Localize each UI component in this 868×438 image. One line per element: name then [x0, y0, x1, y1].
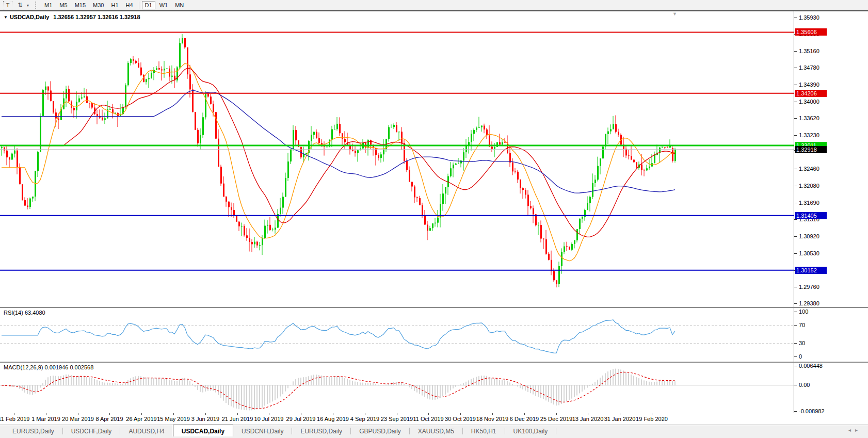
date-label: 16 Aug 2019: [317, 416, 349, 422]
toolbar-dropdown-caret-icon[interactable]: ▾: [27, 3, 29, 8]
date-tick: [141, 413, 142, 415]
date-label: 6 Dec 2019: [510, 416, 539, 422]
date-label: 19 Feb 2020: [636, 416, 668, 422]
chart-tabs: EURUSD,DailyUSDCHF,DailyAUDUSD,H4USDCAD,…: [4, 425, 556, 437]
macd-plot[interactable]: [0, 363, 794, 413]
candlestick-chart[interactable]: [0, 11, 794, 307]
chart-tab-bar: EURUSD,DailyUSDCHF,DailyAUDUSD,H4USDCAD,…: [0, 425, 868, 437]
rsi-tick: 0: [799, 353, 802, 360]
rsi-panel: 10070300 RSI(14) 63.4080: [0, 307, 868, 362]
mt4-window: T ⇅ ▾ M1M5M15M30H1H4D1W1MN 1.359301.3555…: [0, 0, 868, 438]
chart-window: 1.359301.355501.351601.347801.343901.340…: [0, 10, 868, 413]
date-tick: [492, 413, 493, 415]
date-tick: [588, 413, 588, 415]
macd-panel: 0.0064480.00-0.008982 MACD(12,26,9) 0.00…: [0, 362, 868, 413]
price-tick: 1.32460: [799, 166, 819, 172]
chart-tab-hk50-h1[interactable]: HK50,H1: [463, 425, 505, 437]
price-tick: 1.34390: [799, 82, 819, 88]
timeframe-button-D1[interactable]: D1: [142, 1, 155, 9]
toolbar-grip: [35, 2, 38, 9]
price-tick: 1.33620: [799, 115, 819, 121]
date-tick: [46, 413, 46, 415]
price-tick: 1.34780: [799, 64, 819, 71]
date-tick: [460, 413, 461, 415]
date-tick: [78, 413, 78, 415]
macd-axis: 0.0064480.00-0.008982: [794, 363, 868, 413]
date-label: 11 Oct 2019: [413, 416, 443, 422]
date-label: 8 Apr 2019: [95, 416, 123, 422]
tab-scroll-controls: ◂▸: [848, 427, 862, 433]
date-label: 11 Feb 2019: [0, 416, 29, 422]
date-tick: [652, 413, 652, 415]
price-tick: 1.34000: [799, 99, 819, 105]
date-label: 21 Jun 2019: [222, 416, 253, 422]
rsi-tick: 30: [799, 340, 805, 346]
date-tick: [237, 413, 238, 415]
chart-tab-eurusd-daily[interactable]: EURUSD,Daily: [292, 425, 350, 437]
timeframe-button-M5[interactable]: M5: [56, 1, 70, 9]
price-tick: 1.32080: [799, 183, 819, 189]
date-label: 4 Sep 2019: [350, 416, 379, 422]
date-label: 1 Mar 2019: [31, 416, 60, 422]
macd-indicator-label: MACD(12,26,9) 0.001946 0.002568: [4, 364, 93, 370]
date-label: 20 Mar 2019: [62, 416, 94, 422]
timeframe-toolbar: M1M5M15M30H1H4D1W1MN: [41, 0, 187, 10]
chart-shift-marker-icon[interactable]: ▼: [672, 11, 677, 17]
date-label: 18 Nov 2019: [476, 416, 508, 422]
rsi-axis: 10070300: [794, 308, 868, 362]
text-label-tool-button[interactable]: T: [3, 1, 12, 9]
date-label: 23 Sep 2019: [381, 416, 413, 422]
timeframe-button-M1[interactable]: M1: [41, 1, 55, 9]
tabs-scroll-right-icon[interactable]: ▸: [855, 427, 862, 433]
chart-tab-usdcnh-daily[interactable]: USDCNH,Daily: [233, 425, 292, 437]
swap-arrows-icon: ⇅: [18, 2, 23, 9]
date-label: 15 May 2019: [157, 416, 190, 422]
date-label: 3 Jun 2019: [191, 416, 219, 422]
chart-symbol-period: USDCAD,Daily: [10, 14, 49, 20]
chart-title: ▼USDCAD,Daily1.32656 1.32957 1.32616 1.3…: [4, 14, 140, 20]
date-tick: [620, 413, 620, 415]
price-tick: 1.30530: [799, 250, 819, 256]
timeframe-button-W1[interactable]: W1: [156, 1, 171, 9]
timeframe-button-MN[interactable]: MN: [172, 1, 187, 9]
chart-tab-audusd-h4[interactable]: AUDUSD,H4: [120, 425, 172, 437]
price-tick: 1.29380: [799, 300, 819, 306]
date-tick: [109, 413, 110, 415]
chart-tab-uk100-daily[interactable]: UK100,Daily: [505, 425, 556, 437]
bid-price-label: 1.32918: [795, 146, 827, 153]
arrange-charts-button[interactable]: ⇅: [14, 1, 26, 9]
chart-tab-usdcad-daily[interactable]: USDCAD,Daily: [173, 425, 233, 437]
tabs-scroll-left-icon[interactable]: ◂: [848, 427, 855, 433]
rsi-indicator-label: RSI(14) 63.4080: [4, 310, 45, 316]
date-tick: [397, 413, 397, 415]
chart-collapse-icon[interactable]: ▼: [4, 15, 8, 20]
level-price-label: 1.30152: [795, 267, 827, 274]
rsi-plot[interactable]: [0, 308, 794, 362]
date-label: 25 Dec 2019: [540, 416, 572, 422]
chart-tab-xauusd-m5[interactable]: XAUUSD,M5: [410, 425, 462, 437]
date-label: 26 Apr 2019: [126, 416, 156, 422]
price-tick: 1.30920: [799, 233, 819, 239]
date-tick: [524, 413, 525, 415]
date-tick: [428, 413, 429, 415]
price-axis[interactable]: 1.359301.355501.351601.347801.343901.340…: [794, 11, 868, 307]
chart-ohlc-values: 1.32656 1.32957 1.32616 1.32918: [53, 14, 140, 20]
tab-separator: [556, 428, 556, 434]
date-label: 31 Jan 2020: [604, 416, 636, 422]
date-tick: [269, 413, 269, 415]
date-tick: [365, 413, 365, 415]
toolbar-separator: [139, 2, 139, 9]
date-tick: [301, 413, 301, 415]
chart-tab-gbpusd-daily[interactable]: GBPUSD,Daily: [351, 425, 409, 437]
date-label: 29 Jul 2019: [286, 416, 316, 422]
level-price-label: 1.34206: [795, 90, 827, 97]
timeframe-button-M30[interactable]: M30: [90, 1, 107, 9]
timeframe-button-M15[interactable]: M15: [72, 1, 89, 9]
timeframe-button-H4[interactable]: H4: [123, 1, 136, 9]
date-tick: [333, 413, 333, 415]
date-axis[interactable]: 11 Feb 20191 Mar 201920 Mar 20198 Apr 20…: [0, 413, 868, 425]
chart-tab-eurusd-daily[interactable]: EURUSD,Daily: [4, 425, 62, 437]
chart-tab-usdchf-daily[interactable]: USDCHF,Daily: [63, 425, 120, 437]
price-tick: 1.35930: [799, 14, 819, 21]
timeframe-button-H1[interactable]: H1: [108, 1, 121, 9]
